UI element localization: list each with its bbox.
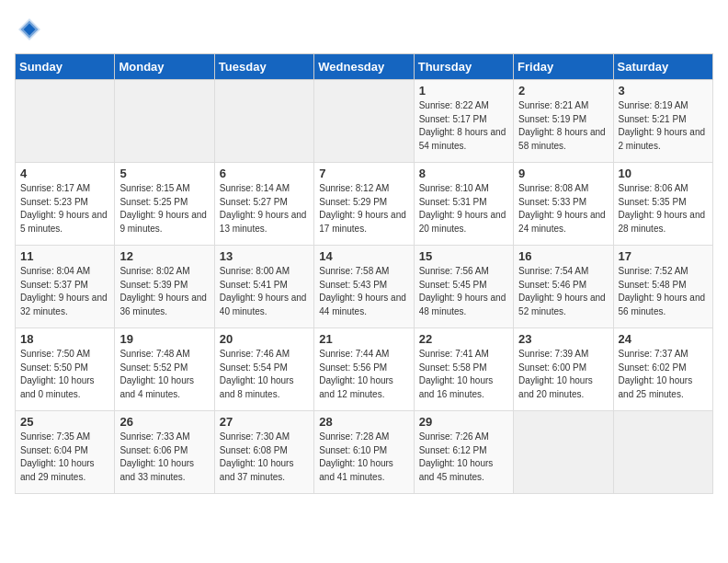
calendar-cell: 3 Sunrise: 8:19 AMSunset: 5:21 PMDayligh… (613, 80, 712, 163)
calendar-cell: 27 Sunrise: 7:30 AMSunset: 6:08 PMDaylig… (214, 411, 313, 494)
day-number: 17 (619, 249, 708, 263)
calendar-cell: 21 Sunrise: 7:44 AMSunset: 5:56 PMDaylig… (314, 328, 414, 411)
day-number: 8 (419, 167, 508, 180)
day-number: 7 (319, 167, 408, 180)
calendar-cell (314, 80, 414, 163)
day-number: 20 (220, 332, 309, 346)
calendar-cell: 11 Sunrise: 8:04 AMSunset: 5:37 PMDaylig… (16, 246, 115, 328)
day-number: 3 (619, 84, 708, 98)
calendar-cell: 10 Sunrise: 8:06 AMSunset: 5:35 PMDaylig… (613, 163, 712, 246)
weekday-header-tuesday: Tuesday (214, 54, 313, 80)
calendar-cell: 14 Sunrise: 7:58 AMSunset: 5:43 PMDaylig… (314, 246, 414, 328)
calendar-cell: 29 Sunrise: 7:26 AMSunset: 6:12 PMDaylig… (414, 411, 513, 494)
day-info: Sunrise: 8:17 AMSunset: 5:23 PMDaylight:… (20, 182, 109, 236)
calendar-header: SundayMondayTuesdayWednesdayThursdayFrid… (16, 54, 713, 80)
calendar-cell: 9 Sunrise: 8:08 AMSunset: 5:33 PMDayligh… (514, 163, 613, 246)
day-info: Sunrise: 8:06 AMSunset: 5:35 PMDaylight:… (619, 182, 708, 236)
day-number: 19 (119, 332, 209, 346)
day-info: Sunrise: 7:58 AMSunset: 5:43 PMDaylight:… (319, 265, 408, 318)
calendar-cell: 12 Sunrise: 8:02 AMSunset: 5:39 PMDaylig… (115, 246, 214, 328)
weekday-header-saturday: Saturday (613, 54, 712, 80)
day-info: Sunrise: 8:10 AMSunset: 5:31 PMDaylight:… (419, 182, 508, 236)
calendar-cell: 22 Sunrise: 7:41 AMSunset: 5:58 PMDaylig… (414, 328, 513, 411)
day-number: 5 (119, 167, 209, 180)
day-number: 12 (119, 249, 209, 263)
day-info: Sunrise: 7:50 AMSunset: 5:50 PMDaylight:… (20, 348, 109, 401)
calendar-cell: 16 Sunrise: 7:54 AMSunset: 5:46 PMDaylig… (514, 246, 613, 328)
day-number: 21 (319, 332, 408, 346)
day-info: Sunrise: 7:52 AMSunset: 5:48 PMDaylight:… (619, 265, 708, 318)
logo-icon (15, 15, 44, 44)
day-number: 28 (319, 415, 408, 429)
day-info: Sunrise: 7:30 AMSunset: 6:08 PMDaylight:… (220, 431, 309, 484)
calendar-cell: 19 Sunrise: 7:48 AMSunset: 5:52 PMDaylig… (115, 328, 214, 411)
day-info: Sunrise: 8:04 AMSunset: 5:37 PMDaylight:… (20, 265, 109, 318)
day-number: 27 (220, 415, 309, 429)
day-number: 22 (419, 332, 508, 346)
day-number: 11 (20, 249, 109, 263)
day-info: Sunrise: 7:54 AMSunset: 5:46 PMDaylight:… (518, 265, 608, 318)
weekday-header-sunday: Sunday (16, 54, 115, 80)
calendar-cell: 24 Sunrise: 7:37 AMSunset: 6:02 PMDaylig… (613, 328, 712, 411)
day-number: 23 (518, 332, 608, 346)
weekday-header-wednesday: Wednesday (314, 54, 414, 80)
calendar-cell: 13 Sunrise: 8:00 AMSunset: 5:41 PMDaylig… (214, 246, 313, 328)
calendar-week-5: 25 Sunrise: 7:35 AMSunset: 6:04 PMDaylig… (16, 411, 713, 494)
day-info: Sunrise: 8:02 AMSunset: 5:39 PMDaylight:… (119, 265, 209, 318)
calendar-cell (613, 411, 712, 494)
day-info: Sunrise: 8:08 AMSunset: 5:33 PMDaylight:… (518, 182, 608, 236)
day-number: 6 (220, 167, 309, 180)
day-info: Sunrise: 7:56 AMSunset: 5:45 PMDaylight:… (419, 265, 508, 318)
weekday-header-thursday: Thursday (414, 54, 513, 80)
calendar-body: 1 Sunrise: 8:22 AMSunset: 5:17 PMDayligh… (16, 80, 713, 494)
logo (15, 15, 48, 44)
weekday-header-row: SundayMondayTuesdayWednesdayThursdayFrid… (16, 54, 713, 80)
day-info: Sunrise: 8:19 AMSunset: 5:21 PMDaylight:… (619, 99, 708, 153)
calendar-cell: 7 Sunrise: 8:12 AMSunset: 5:29 PMDayligh… (314, 163, 414, 246)
calendar-cell (16, 80, 115, 163)
day-info: Sunrise: 7:37 AMSunset: 6:02 PMDaylight:… (619, 348, 708, 401)
day-info: Sunrise: 7:46 AMSunset: 5:54 PMDaylight:… (220, 348, 309, 401)
day-number: 9 (518, 167, 608, 180)
day-number: 16 (518, 249, 608, 263)
day-info: Sunrise: 8:14 AMSunset: 5:27 PMDaylight:… (220, 182, 309, 236)
calendar-cell: 6 Sunrise: 8:14 AMSunset: 5:27 PMDayligh… (214, 163, 313, 246)
calendar-cell: 18 Sunrise: 7:50 AMSunset: 5:50 PMDaylig… (16, 328, 115, 411)
calendar-cell: 17 Sunrise: 7:52 AMSunset: 5:48 PMDaylig… (613, 246, 712, 328)
day-number: 13 (220, 249, 309, 263)
calendar-cell (214, 80, 313, 163)
day-info: Sunrise: 7:26 AMSunset: 6:12 PMDaylight:… (419, 431, 508, 484)
calendar-cell: 26 Sunrise: 7:33 AMSunset: 6:06 PMDaylig… (115, 411, 214, 494)
day-number: 4 (20, 167, 109, 180)
day-info: Sunrise: 7:39 AMSunset: 6:00 PMDaylight:… (518, 348, 608, 401)
day-number: 14 (319, 249, 408, 263)
calendar-table: SundayMondayTuesdayWednesdayThursdayFrid… (15, 53, 713, 494)
day-info: Sunrise: 8:22 AMSunset: 5:17 PMDaylight:… (419, 99, 508, 153)
weekday-header-monday: Monday (115, 54, 214, 80)
day-number: 29 (419, 415, 508, 429)
day-info: Sunrise: 8:21 AMSunset: 5:19 PMDaylight:… (518, 99, 608, 153)
day-number: 10 (619, 167, 708, 180)
calendar-week-3: 11 Sunrise: 8:04 AMSunset: 5:37 PMDaylig… (16, 246, 713, 328)
calendar-cell (115, 80, 214, 163)
day-number: 18 (20, 332, 109, 346)
calendar-cell: 25 Sunrise: 7:35 AMSunset: 6:04 PMDaylig… (16, 411, 115, 494)
calendar-cell: 20 Sunrise: 7:46 AMSunset: 5:54 PMDaylig… (214, 328, 313, 411)
day-info: Sunrise: 8:00 AMSunset: 5:41 PMDaylight:… (220, 265, 309, 318)
day-info: Sunrise: 7:35 AMSunset: 6:04 PMDaylight:… (20, 431, 109, 484)
day-info: Sunrise: 7:48 AMSunset: 5:52 PMDaylight:… (119, 348, 209, 401)
calendar-week-1: 1 Sunrise: 8:22 AMSunset: 5:17 PMDayligh… (16, 80, 713, 163)
weekday-header-friday: Friday (514, 54, 613, 80)
calendar-cell (514, 411, 613, 494)
day-number: 24 (619, 332, 708, 346)
day-number: 25 (20, 415, 109, 429)
day-number: 2 (518, 84, 608, 98)
day-info: Sunrise: 8:15 AMSunset: 5:25 PMDaylight:… (119, 182, 209, 236)
calendar-week-4: 18 Sunrise: 7:50 AMSunset: 5:50 PMDaylig… (16, 328, 713, 411)
page-header (15, 15, 713, 44)
calendar-cell: 15 Sunrise: 7:56 AMSunset: 5:45 PMDaylig… (414, 246, 513, 328)
day-info: Sunrise: 7:28 AMSunset: 6:10 PMDaylight:… (319, 431, 408, 484)
calendar-cell: 4 Sunrise: 8:17 AMSunset: 5:23 PMDayligh… (16, 163, 115, 246)
day-info: Sunrise: 7:44 AMSunset: 5:56 PMDaylight:… (319, 348, 408, 401)
day-info: Sunrise: 8:12 AMSunset: 5:29 PMDaylight:… (319, 182, 408, 236)
